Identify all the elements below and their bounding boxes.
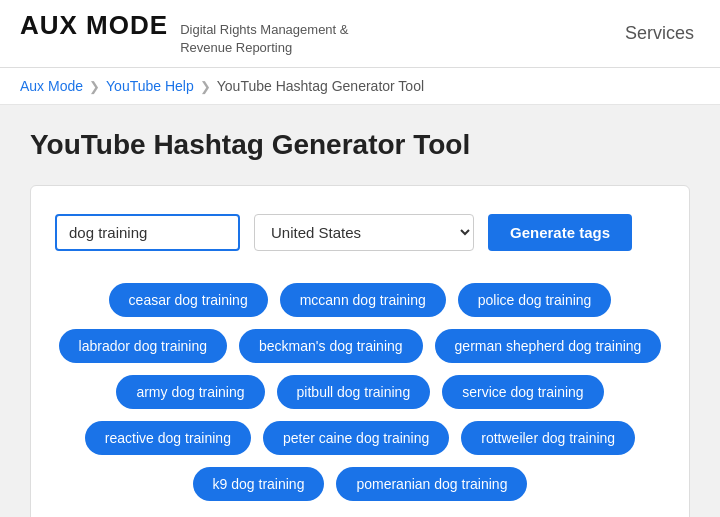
country-select[interactable]: United StatesUnited KingdomCanadaAustral… xyxy=(254,214,474,251)
site-header: AUX MODE Digital Rights Management & Rev… xyxy=(0,0,720,68)
tag-chip[interactable]: german shepherd dog training xyxy=(435,329,662,363)
tag-chip[interactable]: pitbull dog training xyxy=(277,375,431,409)
keyword-input[interactable] xyxy=(55,214,240,251)
logo-subtitle: Digital Rights Management & Revenue Repo… xyxy=(180,21,348,57)
services-button[interactable]: Services xyxy=(619,23,700,44)
breadcrumb: Aux Mode ❯ YouTube Help ❯ YouTube Hashta… xyxy=(0,68,720,105)
logo-block: AUX MODE Digital Rights Management & Rev… xyxy=(20,10,348,57)
tag-chip[interactable]: rottweiler dog training xyxy=(461,421,635,455)
tool-card: United StatesUnited KingdomCanadaAustral… xyxy=(30,185,690,517)
tag-chip[interactable]: pomeranian dog training xyxy=(336,467,527,501)
breadcrumb-current: YouTube Hashtag Generator Tool xyxy=(217,78,424,94)
breadcrumb-aux-mode[interactable]: Aux Mode xyxy=(20,78,83,94)
input-row: United StatesUnited KingdomCanadaAustral… xyxy=(55,214,665,251)
tag-chip[interactable]: labrador dog training xyxy=(59,329,227,363)
logo-title: AUX MODE xyxy=(20,10,168,41)
logo-subtitle-line2: Revenue Reporting xyxy=(180,40,292,55)
page-title: YouTube Hashtag Generator Tool xyxy=(30,129,690,161)
breadcrumb-sep-1: ❯ xyxy=(89,79,100,94)
main-content: YouTube Hashtag Generator Tool United St… xyxy=(0,105,720,517)
tags-container: ceasar dog trainingmccann dog trainingpo… xyxy=(55,283,665,501)
tag-chip[interactable]: army dog training xyxy=(116,375,264,409)
breadcrumb-youtube-help[interactable]: YouTube Help xyxy=(106,78,194,94)
logo-subtitle-line1: Digital Rights Management & xyxy=(180,22,348,37)
tag-chip[interactable]: mccann dog training xyxy=(280,283,446,317)
tag-chip[interactable]: k9 dog training xyxy=(193,467,325,501)
generate-button[interactable]: Generate tags xyxy=(488,214,632,251)
tag-chip[interactable]: peter caine dog training xyxy=(263,421,449,455)
tag-chip[interactable]: police dog training xyxy=(458,283,612,317)
tag-chip[interactable]: beckman's dog training xyxy=(239,329,423,363)
tag-chip[interactable]: reactive dog training xyxy=(85,421,251,455)
tag-chip[interactable]: ceasar dog training xyxy=(109,283,268,317)
breadcrumb-sep-2: ❯ xyxy=(200,79,211,94)
tag-chip[interactable]: service dog training xyxy=(442,375,603,409)
